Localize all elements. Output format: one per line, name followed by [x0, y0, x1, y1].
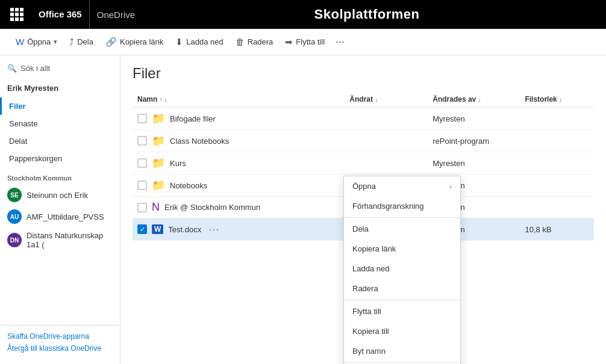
- copy-link-button[interactable]: 🔗 Kopiera länk: [99, 34, 169, 50]
- search-bar[interactable]: 🔍 Sök i allt: [0, 60, 120, 76]
- file-name-cell: 📁 Class Notebooks: [133, 130, 345, 152]
- context-menu-divider: [344, 300, 460, 300]
- share-button[interactable]: ⤴ Dela: [63, 34, 99, 49]
- file-changed-cell: [345, 130, 428, 152]
- file-name-label: Test.docx: [168, 225, 201, 234]
- sidebar-group-label-1: AMF_Utbildare_PVSS: [27, 212, 104, 221]
- context-menu-item-radera[interactable]: Radera: [344, 279, 460, 298]
- share-label: Dela: [77, 37, 93, 46]
- context-menu-item-flytta-till[interactable]: Flytta till: [344, 301, 460, 321]
- ctx-item-label: Kopiera länk: [352, 244, 396, 253]
- ctx-item-label: Byt namn: [352, 347, 386, 356]
- ctx-item-label: Förhandsgranskning: [352, 202, 424, 211]
- file-changed-by-cell: Myresten: [428, 108, 520, 130]
- row-checkbox[interactable]: ✓: [137, 224, 147, 234]
- site-title: Skolplattformen: [135, 7, 599, 22]
- word-icon: W: [152, 224, 163, 234]
- folder-icon: 📁: [152, 156, 165, 170]
- col-changed-by[interactable]: Ändrades av ↓: [428, 91, 520, 108]
- download-label: Ladda ned: [186, 37, 223, 46]
- row-checkbox[interactable]: [137, 114, 147, 123]
- sidebar-group-distans[interactable]: DN Distans Naturkunskap 1a1 (: [0, 227, 120, 253]
- copy-link-icon: 🔗: [105, 37, 117, 48]
- move-to-button[interactable]: ➡ Flytta till: [279, 34, 331, 50]
- app-launcher-button[interactable]: [7, 5, 27, 24]
- sort-changed-icon: ↓: [375, 96, 378, 103]
- chevron-down-icon: ▾: [54, 38, 57, 46]
- context-menu-item-ladda-ned[interactable]: Ladda ned: [344, 259, 460, 279]
- classic-view-link[interactable]: Återgå till klassiska OneDrive: [7, 342, 113, 354]
- download-icon: ⬇: [175, 37, 183, 48]
- notebook-icon: N: [152, 201, 160, 214]
- avatar-amf: AU: [7, 209, 22, 224]
- sidebar-item-senaste[interactable]: Senaste: [0, 115, 120, 132]
- context-menu-item-byt-namn[interactable]: Byt namn: [344, 341, 460, 361]
- ctx-item-label: Radera: [352, 284, 378, 293]
- onedrive-link[interactable]: OneDrive: [97, 10, 135, 20]
- page-title: Filer: [133, 65, 594, 82]
- table-header-row: Namn ↑ ↓ Ändrat ↓ Ändrades av ↓ Filstorl…: [133, 91, 594, 108]
- file-name-label: Erik @ Stockholm Kommun: [164, 203, 260, 212]
- row-checkbox[interactable]: [137, 136, 147, 146]
- ctx-item-label: Kopiera till: [352, 327, 389, 336]
- col-filesize[interactable]: Filstorlek ↓: [520, 91, 594, 108]
- table-row[interactable]: 📁 Class Notebooks rePoint-program: [133, 130, 594, 152]
- file-size-cell: [520, 174, 594, 197]
- ctx-item-label: Flytta till: [352, 307, 381, 316]
- context-menu-item-kopiera-länk[interactable]: Kopiera länk: [344, 239, 460, 259]
- row-checkbox[interactable]: [137, 203, 147, 212]
- open-button[interactable]: W Öppna ▾: [10, 34, 63, 49]
- sidebar-item-delat[interactable]: Delat: [0, 132, 120, 150]
- context-menu-item-dela[interactable]: Dela: [344, 219, 460, 239]
- file-size-cell: [520, 130, 594, 152]
- col-changed[interactable]: Ändrat ↓: [345, 91, 428, 108]
- file-name-cell: 📁 Kurs: [133, 152, 345, 174]
- search-icon: 🔍: [7, 64, 17, 73]
- context-menu: Öppna›FörhandsgranskningDelaKopiera länk…: [343, 176, 461, 364]
- ctx-item-label: Dela: [352, 224, 369, 233]
- search-placeholder: Sök i allt: [20, 64, 50, 73]
- delete-button[interactable]: 🗑 Radera: [230, 34, 280, 49]
- file-name-cell: 📁 Notebooks: [133, 174, 345, 197]
- more-button[interactable]: ···: [331, 33, 349, 51]
- file-changed-by-cell: Myresten: [428, 152, 520, 174]
- row-checkbox[interactable]: [137, 180, 147, 190]
- sidebar-group-steinunn[interactable]: SE Steinunn och Erik: [0, 184, 120, 206]
- delete-icon: 🗑: [236, 37, 245, 47]
- context-menu-item-öppna[interactable]: Öppna›: [344, 176, 460, 196]
- file-size-cell: 10,8 kB: [520, 218, 594, 241]
- sort-filesize-icon: ↓: [559, 96, 562, 103]
- file-name-label: Kurs: [170, 159, 186, 168]
- grid-icon: [10, 8, 23, 21]
- context-menu-divider: [344, 362, 460, 363]
- sidebar-group-amf[interactable]: AU AMF_Utbildare_PVSS: [0, 206, 120, 227]
- sort-asc-icon: ↑ ↓: [160, 96, 167, 103]
- move-icon: ➡: [285, 37, 293, 48]
- folder-icon: 📁: [152, 112, 165, 125]
- file-size-cell: [520, 197, 594, 218]
- file-name-label: Bifogade filer: [170, 114, 216, 123]
- delete-label: Radera: [248, 37, 273, 46]
- row-checkbox[interactable]: [137, 158, 147, 168]
- row-more-button[interactable]: ⋯: [206, 223, 222, 236]
- folder-icon: 📁: [152, 179, 165, 192]
- get-apps-link[interactable]: Skaffa OneDrive-apparna: [7, 330, 113, 342]
- copy-link-label: Kopiera länk: [120, 37, 163, 46]
- office365-link[interactable]: Office 365: [31, 0, 90, 29]
- context-menu-item-förhandsgranskning[interactable]: Förhandsgranskning: [344, 196, 460, 216]
- download-button[interactable]: ⬇ Ladda ned: [169, 34, 229, 50]
- word-icon: W: [16, 37, 24, 47]
- file-size-cell: [520, 108, 594, 130]
- sidebar-item-filer[interactable]: Filer: [0, 97, 120, 115]
- col-name[interactable]: Namn ↑ ↓: [133, 91, 345, 108]
- file-changed-by-cell: rePoint-program: [428, 130, 520, 152]
- table-row[interactable]: 📁 Bifogade filer Myresten: [133, 108, 594, 130]
- avatar-distans: DN: [7, 233, 22, 247]
- file-changed-cell: [345, 108, 428, 130]
- context-menu-item-kopiera-till[interactable]: Kopiera till: [344, 321, 460, 341]
- open-label: Öppna: [27, 37, 51, 46]
- folder-icon: 📁: [152, 134, 165, 147]
- sidebar-item-papperskorgen[interactable]: Papperskorgen: [0, 150, 120, 167]
- table-row[interactable]: 📁 Kurs Myresten: [133, 152, 594, 174]
- col-name-label: Namn: [137, 95, 157, 103]
